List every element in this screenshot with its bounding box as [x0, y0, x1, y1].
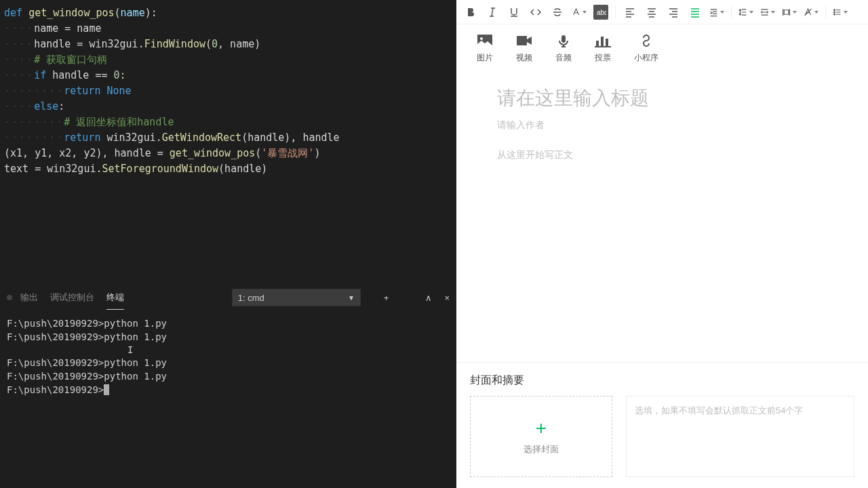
summary-input[interactable]: 选填，如果不填写会默认抓取正文前54个字	[626, 396, 854, 477]
code-editor[interactable]: def get_window_pos(name):····name = name…	[0, 0, 456, 285]
italic-button[interactable]	[485, 5, 500, 20]
terminal-select[interactable]: 1: cmd ▼	[232, 289, 361, 306]
chevron-down-icon: ▼	[348, 294, 355, 302]
insert-toolbar: 图片 视频 音频 投票 小程序	[456, 24, 868, 72]
bold-button[interactable]	[463, 5, 478, 20]
svg-point-11	[480, 37, 483, 40]
cover-section-title: 封面和摘要	[470, 373, 854, 388]
divider	[731, 6, 732, 18]
wechat-editor: abc 图片 视频 音频 投票 小程	[456, 0, 868, 488]
align-left-button[interactable]	[623, 5, 637, 20]
terminal-select-label: 1: cmd	[238, 293, 264, 303]
svg-rect-16	[606, 39, 608, 46]
tab-terminal[interactable]: 终端	[106, 286, 124, 310]
svg-line-4	[492, 8, 493, 16]
vscode-window: def get_window_pos(name):····name = name…	[0, 0, 456, 488]
panel-tab-bar: 输出 调试控制台 终端 1: cmd ▼ + ∧ ×	[0, 285, 456, 310]
clear-format-button[interactable]	[804, 5, 818, 20]
font-size-button[interactable]	[572, 5, 587, 20]
list-button[interactable]	[833, 5, 848, 20]
code-button[interactable]	[528, 5, 543, 20]
underline-button[interactable]	[507, 5, 521, 20]
divider	[615, 6, 616, 18]
insert-miniapp-button[interactable]: 小程序	[634, 33, 658, 64]
align-center-button[interactable]	[644, 5, 659, 20]
align-justify-button[interactable]	[688, 5, 703, 20]
svg-rect-13	[561, 35, 566, 43]
body-input[interactable]: 从这里开始写正文	[497, 149, 827, 163]
insert-vote-button[interactable]: 投票	[595, 33, 611, 64]
svg-point-8	[834, 12, 835, 13]
tab-output[interactable]: 输出	[20, 286, 38, 309]
terminal-panel: 输出 调试控制台 终端 1: cmd ▼ + ∧ × F:\push\20190…	[0, 285, 456, 488]
svg-rect-14	[596, 41, 599, 46]
terminal-output[interactable]: F:\push\20190929>python 1.py F:\push\201…	[0, 310, 456, 488]
svg-point-9	[834, 14, 835, 15]
divider	[825, 6, 826, 18]
svg-text:abc: abc	[597, 9, 606, 16]
indent-button[interactable]	[709, 5, 724, 20]
new-terminal-button[interactable]: +	[384, 293, 389, 303]
title-input[interactable]: 请在这里输入标题	[497, 85, 827, 111]
highlight-button[interactable]: abc	[593, 5, 608, 20]
margin-button[interactable]	[782, 5, 797, 20]
format-toolbar: abc	[456, 0, 868, 24]
insert-image-button[interactable]: 图片	[477, 33, 493, 64]
terminal-actions: + ∧ ×	[384, 293, 450, 303]
insert-audio-button[interactable]: 音频	[555, 33, 572, 64]
tab-debug-console[interactable]: 调试控制台	[50, 286, 94, 309]
cover-upload-button[interactable]: + 选择封面	[470, 396, 612, 477]
strikethrough-button[interactable]	[550, 5, 565, 20]
cover-summary-section: 封面和摘要 + 选择封面 选填，如果不填写会默认抓取正文前54个字	[456, 362, 868, 488]
align-right-button[interactable]	[666, 5, 681, 20]
letter-spacing-button[interactable]	[760, 5, 775, 20]
maximize-panel-button[interactable]: ∧	[425, 293, 432, 303]
insert-video-button[interactable]: 视频	[516, 33, 532, 64]
svg-rect-15	[601, 37, 604, 46]
problems-dot-icon	[7, 295, 12, 300]
terminal-cursor	[104, 384, 109, 395]
svg-point-7	[834, 9, 835, 10]
author-input[interactable]: 请输入作者	[497, 119, 827, 133]
text-caret-icon: I	[127, 344, 450, 356]
line-height-button[interactable]	[738, 5, 753, 20]
close-panel-button[interactable]: ×	[444, 293, 450, 303]
cover-upload-label: 选择封面	[524, 443, 559, 455]
article-editor: 请在这里输入标题 请输入作者 从这里开始写正文	[456, 72, 868, 362]
plus-icon: +	[536, 418, 547, 439]
svg-rect-12	[517, 36, 527, 45]
